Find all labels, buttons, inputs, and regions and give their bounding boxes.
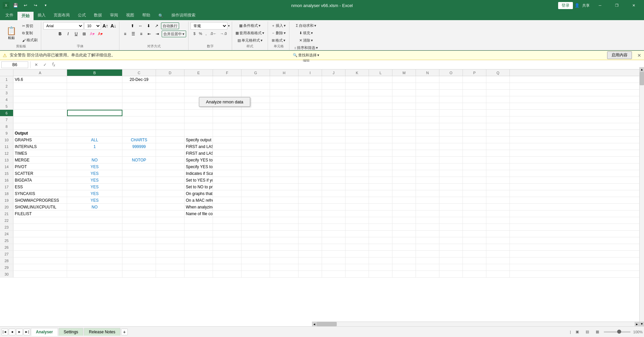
- cell-I21[interactable]: [299, 210, 322, 217]
- cell-L25[interactable]: [369, 237, 392, 244]
- cell-D21[interactable]: [156, 210, 184, 217]
- cell-A23[interactable]: [13, 224, 67, 230]
- fill-color-button[interactable]: A▾: [89, 30, 96, 38]
- col-header-E[interactable]: E: [184, 69, 213, 76]
- cell-M19[interactable]: [392, 197, 416, 203]
- cell-P1[interactable]: [463, 76, 486, 83]
- delete-cells-button[interactable]: － 删除 ▾: [270, 30, 287, 36]
- cell-Q15[interactable]: [486, 170, 510, 177]
- cell-E18[interactable]: On graphs that show Avg/Wavg on Y1 and M…: [184, 190, 213, 197]
- cell-J9[interactable]: [322, 130, 345, 136]
- sheet-nav-last-button[interactable]: ►|: [23, 329, 30, 335]
- cell-O27[interactable]: [439, 251, 463, 257]
- cell-B15[interactable]: YES: [67, 170, 122, 177]
- cell-J7[interactable]: [322, 116, 345, 123]
- cell-B23[interactable]: [67, 224, 122, 230]
- cell-D14[interactable]: [156, 163, 184, 170]
- cell-F20[interactable]: [213, 204, 241, 210]
- cell-N26[interactable]: [416, 244, 439, 250]
- cell-B20[interactable]: NO: [67, 204, 122, 210]
- cell-G9[interactable]: [241, 130, 270, 136]
- col-header-C[interactable]: C: [122, 69, 156, 76]
- cell-M20[interactable]: [392, 204, 416, 210]
- cell-L30[interactable]: [369, 271, 392, 277]
- cell-K12[interactable]: [345, 150, 369, 156]
- cell-J17[interactable]: [322, 184, 345, 190]
- cell-E26[interactable]: [184, 244, 213, 250]
- cell-K1[interactable]: [345, 76, 369, 83]
- cell-C21[interactable]: [122, 210, 156, 217]
- cell-H25[interactable]: [270, 237, 299, 244]
- cell-H9[interactable]: [270, 130, 299, 136]
- cell-E19[interactable]: On a MAC refreshing the screen to show p…: [184, 197, 213, 203]
- cell-M28[interactable]: [392, 257, 416, 264]
- cell-E8[interactable]: [184, 123, 213, 130]
- cell-L15[interactable]: [369, 170, 392, 177]
- scroll-right-button[interactable]: ►: [635, 322, 639, 326]
- cell-O16[interactable]: [439, 177, 463, 183]
- cell-I4[interactable]: [299, 96, 322, 103]
- cell-G13[interactable]: [241, 157, 270, 163]
- vertical-scrollbar[interactable]: ▲ ▼: [639, 67, 644, 326]
- cell-J26[interactable]: [322, 244, 345, 250]
- cell-K3[interactable]: [345, 90, 369, 96]
- cell-C3[interactable]: [122, 90, 156, 96]
- cell-A14[interactable]: PIVOT: [13, 163, 67, 170]
- cell-M6[interactable]: [392, 110, 416, 116]
- wrap-text-button[interactable]: 自动换行: [161, 22, 179, 29]
- cell-A22[interactable]: [13, 217, 67, 224]
- cell-Q24[interactable]: [486, 231, 510, 237]
- cell-C18[interactable]: [122, 190, 156, 197]
- cell-O17[interactable]: [439, 184, 463, 190]
- cell-D17[interactable]: [156, 184, 184, 190]
- cell-A17[interactable]: ESS: [13, 184, 67, 190]
- cell-E28[interactable]: [184, 257, 213, 264]
- copy-button[interactable]: ⧉ 复制: [21, 30, 39, 37]
- cell-O22[interactable]: [439, 217, 463, 224]
- cell-Q5[interactable]: [486, 103, 510, 109]
- cell-L20[interactable]: [369, 204, 392, 210]
- cell-G21[interactable]: [241, 210, 270, 217]
- cell-P16[interactable]: [463, 177, 486, 183]
- cell-P8[interactable]: [463, 123, 486, 130]
- cell-P6[interactable]: [463, 110, 486, 116]
- cell-N3[interactable]: [416, 90, 439, 96]
- cell-D19[interactable]: [156, 197, 184, 203]
- cell-B22[interactable]: [67, 217, 122, 224]
- cell-I7[interactable]: [299, 116, 322, 123]
- cell-O15[interactable]: [439, 170, 463, 177]
- cell-N24[interactable]: [416, 231, 439, 237]
- cell-B28[interactable]: [67, 257, 122, 264]
- cell-A5[interactable]: [13, 103, 67, 109]
- cell-I27[interactable]: [299, 251, 322, 257]
- cancel-formula-button[interactable]: ✕: [33, 61, 40, 68]
- cell-H22[interactable]: [270, 217, 299, 224]
- cell-D13[interactable]: [156, 157, 184, 163]
- cell-M7[interactable]: [392, 116, 416, 123]
- cell-N10[interactable]: [416, 137, 439, 143]
- cell-P15[interactable]: [463, 170, 486, 177]
- cell-H18[interactable]: [270, 190, 299, 197]
- cell-L28[interactable]: [369, 257, 392, 264]
- cell-N11[interactable]: [416, 143, 439, 150]
- cell-A12[interactable]: TIMES: [13, 150, 67, 156]
- tab-data[interactable]: 数据: [90, 11, 106, 20]
- cell-P21[interactable]: [463, 210, 486, 217]
- cell-C7[interactable]: [122, 116, 156, 123]
- cell-Q26[interactable]: [486, 244, 510, 250]
- cell-I20[interactable]: [299, 204, 322, 210]
- cell-C30[interactable]: [122, 271, 156, 277]
- cell-F30[interactable]: [213, 271, 241, 277]
- cell-I23[interactable]: [299, 224, 322, 230]
- cell-M17[interactable]: [392, 184, 416, 190]
- col-header-O[interactable]: O: [439, 69, 463, 76]
- cell-C9[interactable]: [122, 130, 156, 136]
- cell-H29[interactable]: [270, 264, 299, 271]
- cell-D23[interactable]: [156, 224, 184, 230]
- cell-N27[interactable]: [416, 251, 439, 257]
- cell-C4[interactable]: [122, 96, 156, 103]
- cell-O10[interactable]: [439, 137, 463, 143]
- cell-Q14[interactable]: [486, 163, 510, 170]
- cell-E7[interactable]: [184, 116, 213, 123]
- cell-J23[interactable]: [322, 224, 345, 230]
